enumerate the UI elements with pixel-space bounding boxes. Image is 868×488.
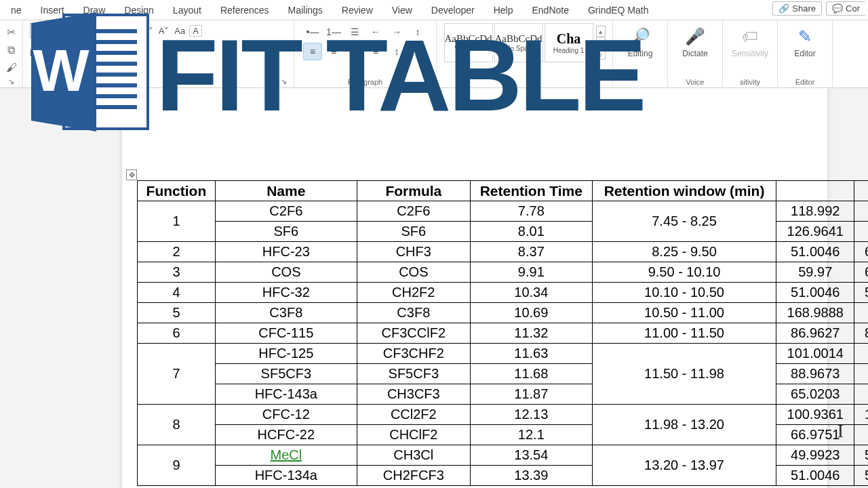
cell-formula: SF5CF3 (357, 364, 470, 384)
share-button[interactable]: 🔗 Share (772, 1, 822, 16)
change-case-button[interactable]: Aa (173, 25, 186, 37)
link-mecl[interactable]: MeCl (270, 447, 302, 462)
tag-icon: 🏷 (742, 27, 758, 46)
tab-view[interactable]: View (384, 2, 420, 18)
style-nospacing[interactable]: AaBbCcDd ¶ No Spac... (494, 23, 543, 62)
cell-m1: 51.0046 (776, 466, 854, 486)
cell-m2: 6 (854, 262, 868, 283)
cell-formula: C2F6 (357, 201, 470, 222)
table-row[interactable]: 2HFC-23CHF38.378.25 - 9.5051.00466 (138, 242, 869, 262)
cell-retention-time: 12.13 (470, 405, 592, 425)
numbering-button[interactable]: 1— (324, 23, 343, 41)
cell-retention-window: 8.25 - 9.50 (592, 242, 776, 262)
cell-m1: 51.0046 (776, 283, 854, 303)
bold-button[interactable]: B (30, 47, 37, 58)
clear-format-button[interactable]: A (189, 25, 202, 37)
cell-name: HFC-134a (215, 466, 357, 486)
style-normal[interactable]: AaBbCcDd ¶ Normal (444, 23, 493, 62)
style-heading1[interactable]: Cha Heading 1 (545, 23, 593, 62)
cell-formula: CF3CClF2 (357, 323, 470, 344)
align-center-button[interactable]: ≡ (324, 43, 343, 60)
superscript-button[interactable]: x² (93, 47, 101, 58)
cell-retention-window: 9.50 - 10.10 (592, 262, 776, 283)
doc-table[interactable]: FunctionNameFormulaRetention TimeRetenti… (137, 180, 868, 486)
style-heading1-label: Heading 1 (553, 47, 585, 54)
cell-m1: 51.0046 (776, 242, 854, 262)
table-row[interactable]: 4HFC-32CH2F210.3410.10 - 10.5051.00465 (138, 283, 869, 303)
line-spacing-button[interactable]: ↕ (387, 43, 406, 60)
cell-name: HFC-23 (215, 242, 357, 262)
styles-scroll[interactable]: ▴▾▿ (596, 26, 606, 60)
tab-review[interactable]: Review (334, 2, 381, 18)
font-size-select[interactable]: 11 (114, 23, 138, 38)
editor-button[interactable]: ✎ Editor (785, 23, 825, 58)
cell-m2: 5 (854, 283, 868, 303)
cell-retention-time: 10.69 (470, 303, 592, 323)
cell-retention-time: 11.87 (470, 384, 592, 405)
font-name-select[interactable]: Calibri (30, 23, 111, 38)
multilevel-button[interactable]: ☰ (345, 23, 364, 41)
table-row[interactable]: 5C3F8C3F810.6910.50 - 11.00168.9888 (138, 303, 869, 323)
italic-button[interactable]: I (42, 47, 45, 58)
show-marks-button[interactable]: ¶ (408, 43, 427, 60)
cell-retention-time: 13.54 (470, 445, 592, 466)
font-launcher[interactable]: ↘ (281, 77, 287, 86)
align-right-button[interactable]: ≡ (345, 43, 364, 60)
comments-button[interactable]: 💬 Cor (826, 1, 865, 16)
tab-help[interactable]: Help (486, 2, 521, 18)
clipboard-launcher[interactable]: ↘ (8, 77, 14, 86)
table-row[interactable]: 1C2F6C2F67.787.45 - 8.25118.992 (138, 201, 869, 222)
style-heading1-preview: Cha (557, 31, 581, 47)
table-row[interactable]: 3COSCOS9.919.50 - 10.1059.976 (138, 262, 869, 283)
subscript-button[interactable]: x₂ (79, 47, 87, 58)
share-icon: 🔗 (778, 3, 789, 14)
justify-button[interactable]: ≡ (366, 43, 385, 60)
search-icon: 🔎 (630, 27, 650, 46)
text-effects-button[interactable]: A (106, 47, 113, 58)
tab-grindeq[interactable]: GrindEQ Math (580, 2, 656, 18)
table-row[interactable]: 9MeClCH3Cl13.5413.20 - 13.9749.99235 (138, 445, 869, 466)
align-left-button[interactable]: ≡ (303, 43, 322, 60)
underline-button[interactable]: U (50, 47, 57, 58)
sort-button[interactable]: ↕ (408, 23, 427, 41)
bullets-button[interactable]: •— (303, 23, 322, 41)
table-row[interactable]: 6CFC-115CF3CClF211.3211.00 - 11.5086.962… (138, 323, 869, 344)
document-area[interactable]: ✥ FunctionNameFormulaRetention TimeReten… (0, 88, 868, 488)
table-row[interactable]: 8CFC-12CCl2F212.1311.98 - 13.20100.93611 (138, 405, 869, 425)
table-move-handle[interactable]: ✥ (126, 169, 137, 180)
tab-insert[interactable]: Insert (33, 2, 73, 18)
tab-design[interactable]: Design (116, 2, 162, 18)
dictate-button[interactable]: 🎤 Dictate (675, 23, 715, 58)
tab-layout[interactable]: Layout (165, 2, 210, 18)
tab-draw[interactable]: Draw (75, 2, 114, 18)
cell-retention-time: 7.78 (470, 201, 592, 222)
cell-m2 (854, 201, 868, 222)
copy-icon[interactable]: ⧉ (7, 44, 15, 56)
cell-m2 (854, 384, 868, 405)
group-paragraph: •— 1— ☰ ← → ↕ ≡ ≡ ≡ ≡ ↕ ¶ Paragraph (294, 20, 437, 87)
dictate-label: Dictate (682, 49, 707, 58)
cell-formula: CCl2F2 (357, 405, 470, 425)
tab-references[interactable]: References (212, 2, 277, 18)
cut-icon[interactable]: ✂ (7, 26, 16, 39)
increase-indent-button[interactable]: → (387, 23, 406, 41)
cell-formula: CH3CF3 (357, 384, 470, 405)
editing-button[interactable]: 🔎 Editing (620, 23, 660, 58)
strike-button[interactable]: ab (62, 47, 73, 58)
page[interactable]: ✥ FunctionNameFormulaRetention TimeReten… (122, 88, 827, 488)
cell-formula: CHF3 (357, 242, 470, 262)
cell-name: HFC-32 (215, 283, 357, 303)
cell-name: MeCl (215, 445, 357, 466)
tab-endnote[interactable]: EndNote (524, 2, 576, 18)
format-painter-icon[interactable]: 🖌 (6, 62, 17, 74)
grow-font-button[interactable]: A˄ (141, 25, 155, 37)
tab-mailings[interactable]: Mailings (280, 2, 331, 18)
tab-developer[interactable]: Developer (423, 2, 483, 18)
editor-group-label: Editor (795, 78, 815, 86)
font-color-button[interactable]: A (132, 46, 138, 59)
decrease-indent-button[interactable]: ← (366, 23, 385, 41)
tab-home-partial[interactable]: ne (3, 2, 30, 18)
table-row[interactable]: 7HFC-125CF3CHF211.6311.50 - 11.98101.001… (138, 344, 869, 364)
highlight-button[interactable]: ▁ (119, 47, 126, 58)
shrink-font-button[interactable]: A˅ (157, 25, 171, 37)
